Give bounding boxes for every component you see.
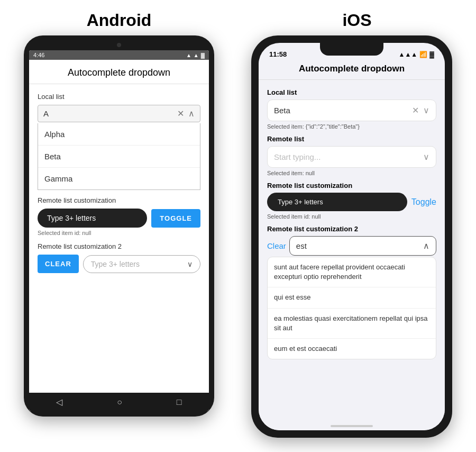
- ios-nav-bar: Autocomplete dropdown: [259, 60, 445, 80]
- android-screen: 4:46 ▲ ▲ ▓ Autocomplete dropdown Local l…: [29, 50, 209, 411]
- android-clear-button[interactable]: CLEAR: [38, 255, 79, 273]
- android-input-icons: ✕ ∧: [177, 109, 195, 119]
- ios-battery-icon: ▓: [429, 51, 434, 58]
- android-outline-input[interactable]: Type 3+ letters ∨: [83, 255, 200, 273]
- ios-customization2-row: Clear est ∧: [267, 236, 436, 256]
- android-status-icons: ▲ ▲ ▓: [186, 52, 205, 58]
- android-app-title: Autocomplete dropdown: [38, 67, 200, 78]
- android-home-button[interactable]: ○: [117, 397, 122, 407]
- android-input-value: A: [43, 109, 177, 118]
- ios-remote-customization2-label: Remote list customization 2: [267, 225, 436, 233]
- android-dropdown-list: Alpha Beta Gamma: [38, 123, 200, 190]
- ios-wifi-icon: 📶: [419, 51, 427, 58]
- ios-dropdown-item-1[interactable]: sunt aut facere repellat provident occae…: [268, 257, 436, 287]
- android-phone: 4:46 ▲ ▲ ▓ Autocomplete dropdown Local l…: [24, 35, 214, 417]
- dropdown-item-alpha[interactable]: Alpha: [38, 123, 200, 146]
- ios-local-input-icons: ✕ ∨: [412, 105, 429, 115]
- android-app-bar: Autocomplete dropdown: [29, 60, 209, 84]
- ios-search-value: est: [296, 241, 423, 250]
- ios-phone: 11:58 ▲▲▲ 📶 ▓ Autocomplete dropdown Loca…: [251, 35, 452, 438]
- ios-remote-placeholder: Start typing...: [274, 152, 423, 161]
- ios-dark-pill[interactable]: Type 3+ letters: [267, 193, 407, 211]
- ios-screen: 11:58 ▲▲▲ 📶 ▓ Autocomplete dropdown Loca…: [259, 43, 445, 430]
- ios-search-chevron-icon: ∧: [423, 241, 429, 251]
- android-dark-pill[interactable]: Type 3+ letters: [38, 209, 147, 228]
- ios-dropdown: sunt aut facere repellat provident occae…: [267, 257, 436, 359]
- android-selected-item-id: Selected item id: null: [38, 230, 200, 236]
- android-outline-chevron-icon: ∨: [187, 260, 193, 268]
- ios-remote-list-label: Remote list: [267, 135, 436, 143]
- ios-chevron-down-icon[interactable]: ∨: [423, 105, 429, 115]
- android-signal-icon: ▲: [186, 52, 191, 58]
- ios-notch: [320, 43, 383, 56]
- android-customization2-row: CLEAR Type 3+ letters ∨: [38, 255, 200, 273]
- ios-dropdown-item-2[interactable]: qui est esse: [268, 287, 436, 308]
- android-recents-button[interactable]: □: [177, 397, 182, 407]
- ios-remote-chevron-icon: ∨: [423, 152, 429, 162]
- ios-clear-icon[interactable]: ✕: [412, 105, 419, 115]
- ios-dropdown-item-4[interactable]: eum et est occaecati: [268, 339, 436, 359]
- ios-time: 11:58: [269, 50, 287, 58]
- ios-clear-button[interactable]: Clear: [267, 241, 286, 250]
- ios-toggle-button[interactable]: Toggle: [411, 197, 436, 207]
- android-toggle-button[interactable]: TOGGLE: [151, 209, 200, 228]
- android-clear-icon[interactable]: ✕: [177, 109, 184, 119]
- ios-status-icons: ▲▲▲ 📶 ▓: [399, 51, 434, 58]
- ios-scroll-indicator: [331, 425, 373, 427]
- ios-local-input-value: Beta: [274, 106, 412, 115]
- ios-customization-row: Type 3+ letters Toggle: [267, 193, 436, 211]
- android-nav-bar: ◁ ○ □: [29, 393, 209, 411]
- ios-dropdown-item-3[interactable]: ea molestias quasi exercitationem repell…: [268, 309, 436, 339]
- android-remote-customization2-label: Remote list customization 2: [38, 242, 200, 250]
- ios-customization-selected: Selected item id: null: [267, 213, 436, 220]
- android-customization-row: Type 3+ letters TOGGLE: [38, 209, 200, 228]
- ios-remote-customization-label: Remote list customization: [267, 182, 436, 189]
- ios-local-input[interactable]: Beta ✕ ∨: [267, 100, 436, 121]
- ios-local-list-label: Local list: [267, 88, 436, 96]
- ios-label: iOS: [238, 11, 476, 30]
- android-remote-customization-label: Remote list customization: [38, 196, 200, 204]
- android-chevron-up-icon[interactable]: ∧: [188, 109, 195, 119]
- android-label: Android: [0, 11, 238, 30]
- android-content: Local list A ✕ ∧ Alpha Beta Gamma Remote…: [29, 84, 209, 393]
- android-camera: [117, 43, 121, 47]
- ios-local-selected: Selected item: {"id":"2","title":"Beta"}: [267, 123, 436, 130]
- android-back-button[interactable]: ◁: [56, 397, 62, 407]
- ios-remote-input[interactable]: Start typing... ∨: [267, 146, 436, 168]
- android-wifi-icon: ▲: [194, 52, 199, 58]
- dropdown-item-gamma[interactable]: Gamma: [38, 168, 200, 189]
- ios-app-title: Autocomplete dropdown: [299, 64, 405, 74]
- android-outline-placeholder: Type 3+ letters: [91, 260, 187, 268]
- local-list-label: Local list: [38, 93, 200, 101]
- android-status-bar: 4:46 ▲ ▲ ▓: [29, 50, 209, 60]
- dropdown-item-beta[interactable]: Beta: [38, 146, 200, 168]
- android-battery-icon: ▓: [201, 52, 205, 58]
- ios-signal-icon: ▲▲▲: [399, 51, 418, 58]
- android-time: 4:46: [33, 52, 44, 58]
- ios-remote-selected: Selected item: null: [267, 170, 436, 176]
- ios-content: Local list Beta ✕ ∨ Selected item: {"id"…: [259, 80, 445, 430]
- android-local-input[interactable]: A ✕ ∧: [38, 105, 200, 122]
- ios-search-input[interactable]: est ∧: [289, 236, 436, 256]
